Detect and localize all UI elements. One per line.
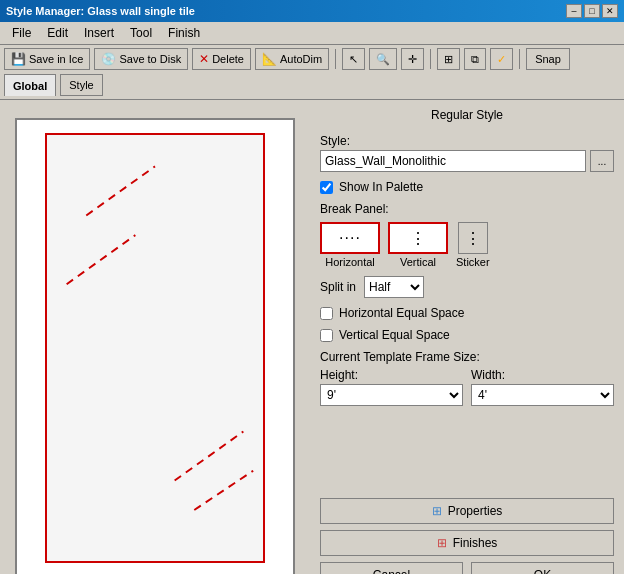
section-title: Regular Style bbox=[320, 108, 614, 122]
sticker-container: ⋮ Sticker bbox=[456, 222, 490, 268]
auto-dim-button[interactable]: 📐 AutoDim bbox=[255, 48, 329, 70]
toolbar-separator3 bbox=[519, 49, 520, 69]
right-panel: Regular Style Style: ... Show In Palette… bbox=[310, 100, 624, 574]
horiz-equal-label: Horizontal Equal Space bbox=[339, 306, 464, 320]
auto-dim-icon: 📐 bbox=[262, 52, 277, 66]
cancel-button[interactable]: Cancel bbox=[320, 562, 463, 574]
width-col: Width: 2' 3' 4' 5' bbox=[471, 368, 614, 406]
layer-tool-button[interactable]: ⧉ bbox=[464, 48, 486, 70]
horiz-equal-checkbox[interactable] bbox=[320, 307, 333, 320]
style-input-row: ... bbox=[320, 150, 614, 172]
horizontal-break-button[interactable]: ···· bbox=[320, 222, 380, 254]
properties-button[interactable]: ⊞ Properties bbox=[320, 498, 614, 524]
save-disk-icon: 💿 bbox=[101, 52, 116, 66]
layer-icon: ⧉ bbox=[471, 53, 479, 66]
delete-button[interactable]: ✕ Delete bbox=[192, 48, 251, 70]
arrow-tool-button[interactable]: ↖ bbox=[342, 48, 365, 70]
vert-equal-label: Vertical Equal Space bbox=[339, 328, 450, 342]
check-icon: ✓ bbox=[497, 53, 506, 66]
show-palette-label: Show In Palette bbox=[339, 180, 423, 194]
svg-line-1 bbox=[67, 235, 136, 284]
split-row: Split in Half Third Quarter bbox=[320, 276, 614, 298]
style-label: Style: bbox=[320, 134, 614, 148]
horizontal-dots-icon: ···· bbox=[339, 229, 361, 247]
show-palette-checkbox[interactable] bbox=[320, 181, 333, 194]
save-ice-button[interactable]: 💾 Save in Ice bbox=[4, 48, 90, 70]
vert-equal-checkbox[interactable] bbox=[320, 329, 333, 342]
search-tool-button[interactable]: 🔍 bbox=[369, 48, 397, 70]
main-content: Regular Style Style: ... Show In Palette… bbox=[0, 100, 624, 574]
show-palette-row: Show In Palette bbox=[320, 180, 614, 194]
ok-button[interactable]: OK bbox=[471, 562, 614, 574]
menu-edit[interactable]: Edit bbox=[39, 24, 76, 42]
toolbar: 💾 Save in Ice 💿 Save to Disk ✕ Delete 📐 … bbox=[0, 45, 624, 100]
height-col: Height: 8' 9' 10' 12' bbox=[320, 368, 463, 406]
height-label: Height: bbox=[320, 368, 463, 382]
save-ice-icon: 💾 bbox=[11, 52, 26, 66]
arrow-icon: ↖ bbox=[349, 53, 358, 66]
style-input[interactable] bbox=[320, 150, 586, 172]
toolbar-separator bbox=[335, 49, 336, 69]
break-panel-buttons: ···· Horizontal ⋮ Vertical ⋮ Sticker bbox=[320, 222, 614, 268]
sticker-icon: ⋮ bbox=[465, 229, 481, 248]
grid-icon: ⊞ bbox=[444, 53, 453, 66]
vertical-break-container: ⋮ Vertical bbox=[388, 222, 448, 268]
minimize-button[interactable]: – bbox=[566, 4, 582, 18]
window-title: Style Manager: Glass wall single tile bbox=[6, 5, 195, 17]
vertical-dots-icon: ⋮ bbox=[410, 229, 427, 248]
svg-line-3 bbox=[194, 471, 253, 510]
svg-line-0 bbox=[86, 166, 155, 215]
snap-button[interactable]: Snap bbox=[526, 48, 570, 70]
vertical-label: Vertical bbox=[400, 256, 436, 268]
ok-cancel-row: Cancel OK bbox=[320, 562, 614, 574]
menu-insert[interactable]: Insert bbox=[76, 24, 122, 42]
glass-tile bbox=[45, 133, 265, 563]
split-in-label: Split in bbox=[320, 280, 356, 294]
global-button[interactable]: Global bbox=[4, 74, 56, 96]
frame-size-section: Current Template Frame Size: Height: 8' … bbox=[320, 350, 614, 406]
width-select[interactable]: 2' 3' 4' 5' bbox=[471, 384, 614, 406]
close-button[interactable]: ✕ bbox=[602, 4, 618, 18]
preview-area bbox=[15, 118, 295, 574]
grid-tool-button[interactable]: ⊞ bbox=[437, 48, 460, 70]
finishes-icon: ⊞ bbox=[437, 536, 447, 550]
title-bar: Style Manager: Glass wall single tile – … bbox=[0, 0, 624, 22]
svg-line-2 bbox=[175, 431, 244, 480]
sticker-button[interactable]: ⋮ bbox=[458, 222, 488, 254]
break-panel-section: Break Panel: ···· Horizontal ⋮ Vertical bbox=[320, 202, 614, 268]
preview-panel bbox=[0, 100, 310, 574]
properties-icon: ⊞ bbox=[432, 504, 442, 518]
horizontal-label: Horizontal bbox=[325, 256, 375, 268]
frame-row: Height: 8' 9' 10' 12' Width: 2' 3' 4' 5' bbox=[320, 368, 614, 406]
horizontal-break-container: ···· Horizontal bbox=[320, 222, 380, 268]
height-select[interactable]: 8' 9' 10' 12' bbox=[320, 384, 463, 406]
check-tool-button[interactable]: ✓ bbox=[490, 48, 513, 70]
menu-tool[interactable]: Tool bbox=[122, 24, 160, 42]
move-icon: ✛ bbox=[408, 53, 417, 66]
split-select[interactable]: Half Third Quarter bbox=[364, 276, 424, 298]
menu-file[interactable]: File bbox=[4, 24, 39, 42]
style-button[interactable]: Style bbox=[60, 74, 102, 96]
menu-finish[interactable]: Finish bbox=[160, 24, 208, 42]
delete-icon: ✕ bbox=[199, 52, 209, 66]
vert-equal-row: Vertical Equal Space bbox=[320, 328, 614, 342]
bottom-buttons: ⊞ Properties ⊞ Finishes Cancel OK bbox=[320, 498, 614, 574]
move-tool-button[interactable]: ✛ bbox=[401, 48, 424, 70]
title-bar-buttons: – □ ✕ bbox=[566, 4, 618, 18]
break-panel-label: Break Panel: bbox=[320, 202, 614, 216]
style-section: Style: ... bbox=[320, 134, 614, 172]
width-label: Width: bbox=[471, 368, 614, 382]
menu-bar: File Edit Insert Tool Finish bbox=[0, 22, 624, 45]
search-icon: 🔍 bbox=[376, 53, 390, 66]
vertical-break-button[interactable]: ⋮ bbox=[388, 222, 448, 254]
toolbar-separator2 bbox=[430, 49, 431, 69]
frame-size-label: Current Template Frame Size: bbox=[320, 350, 614, 364]
finishes-button[interactable]: ⊞ Finishes bbox=[320, 530, 614, 556]
horiz-equal-row: Horizontal Equal Space bbox=[320, 306, 614, 320]
dashes-svg bbox=[47, 135, 263, 561]
maximize-button[interactable]: □ bbox=[584, 4, 600, 18]
save-disk-button[interactable]: 💿 Save to Disk bbox=[94, 48, 188, 70]
browse-button[interactable]: ... bbox=[590, 150, 614, 172]
sticker-label: Sticker bbox=[456, 256, 490, 268]
